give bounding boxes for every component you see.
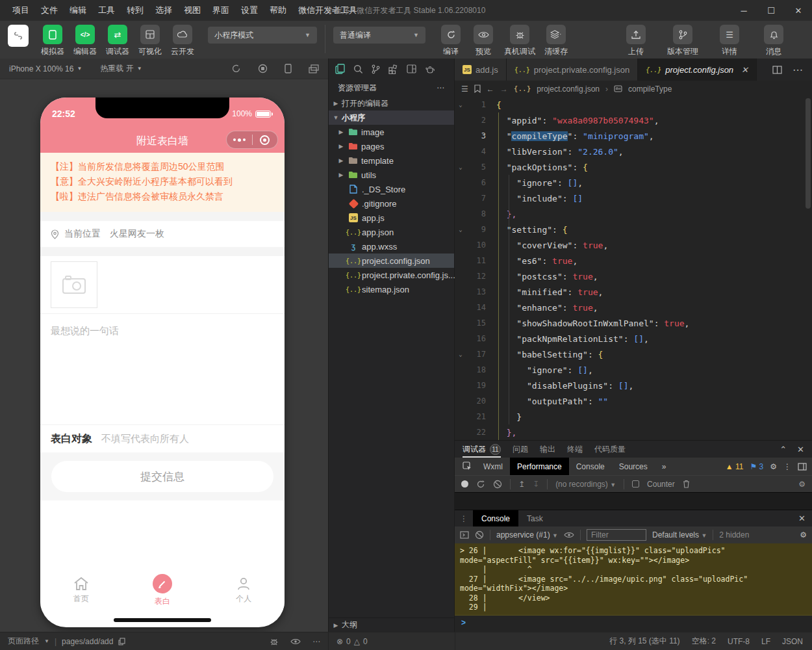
close-target-icon[interactable] — [253, 135, 278, 145]
compile-mode-dropdown[interactable]: 普通编译▼ — [333, 27, 425, 44]
encoding[interactable]: UTF-8 — [728, 637, 750, 646]
collapse-panel-icon[interactable]: ⌃ — [780, 445, 787, 454]
tab-performance[interactable]: Performance — [510, 458, 569, 475]
clear-console-icon[interactable] — [475, 530, 484, 540]
editor-layout-icon[interactable] — [407, 64, 416, 73]
messages-button[interactable]: 消息 — [757, 25, 790, 57]
console-prompt[interactable]: > — [455, 616, 812, 630]
tab-sources[interactable]: Sources — [612, 458, 655, 475]
warnings-icon[interactable]: △ — [354, 637, 360, 646]
device-frame-icon[interactable] — [285, 64, 292, 73]
issues-flag-icon[interactable]: ⚑ 3 — [750, 462, 763, 471]
code-line[interactable]: ⌄5 "packOptions": { — [455, 159, 812, 175]
minimize-button[interactable]: ─ — [730, 0, 757, 21]
code-line[interactable]: 3 "compileType": "miniprogram", — [455, 128, 812, 144]
code-line[interactable]: ⌄1{ — [455, 97, 812, 112]
code-editor[interactable]: ⌄1{2 "appid": "wxa8a0987b05074943",3 "co… — [455, 97, 812, 440]
tab-home[interactable]: 首页 — [40, 570, 121, 610]
record-icon[interactable] — [258, 64, 268, 73]
close-panel-icon[interactable]: ✕ — [797, 445, 804, 454]
tree-file-appjson[interactable]: {..} app.json — [329, 225, 454, 239]
breadcrumb-symbol[interactable]: compileType — [628, 84, 672, 94]
tab-code-quality[interactable]: 代码质量 — [594, 441, 626, 458]
extensions-icon[interactable] — [388, 64, 398, 74]
clear-cache-button[interactable]: 清缓存 — [540, 25, 572, 57]
errors-icon[interactable]: ⊗ — [336, 637, 343, 646]
load-profile-icon[interactable]: ↥ — [518, 480, 525, 489]
menu-file[interactable]: 文件 — [35, 5, 64, 16]
record-icon[interactable] — [461, 480, 468, 488]
eye-icon[interactable] — [564, 532, 574, 538]
rotate-icon[interactable] — [231, 64, 241, 73]
visualization-button[interactable]: 可视化 — [134, 25, 166, 57]
outline-list-icon[interactable]: ☰ — [461, 84, 468, 94]
search-icon[interactable] — [353, 64, 363, 74]
submit-button[interactable]: 提交信息 — [51, 461, 273, 492]
tree-file-appjs[interactable]: JS app.js — [329, 211, 454, 225]
tree-file-projectprivateconfig[interactable]: {..} project.private.config.js... — [329, 268, 454, 282]
page-path-label[interactable]: 页面路径 — [8, 636, 39, 647]
copy-icon[interactable] — [118, 638, 125, 645]
mode-selector-dropdown[interactable]: 小程序模式▼ — [208, 27, 317, 44]
preview-button[interactable]: 预览 — [467, 25, 500, 57]
target-input[interactable]: 不填写代表向所有人 — [101, 433, 189, 445]
tree-file-gitignore[interactable]: .gitignore — [329, 196, 454, 211]
hot-reload-dropdown[interactable]: 热重载 开 ▼ — [100, 63, 142, 74]
details-button[interactable]: ☰ 详情 — [713, 25, 746, 57]
code-line[interactable]: 2 "appid": "wxa8a0987b05074943", — [455, 112, 812, 128]
console-output[interactable]: > 26 | <image wx:for="{{imglist}}" class… — [455, 543, 812, 632]
code-line[interactable]: 4 "libVersion": "2.26.0", — [455, 144, 812, 159]
menu-interface[interactable]: 界面 — [207, 5, 235, 16]
remote-debug-button[interactable]: 真机调试 — [500, 25, 540, 57]
menu-settings[interactable]: 设置 — [235, 5, 264, 16]
close-button[interactable]: ✕ — [785, 0, 812, 21]
simulator-toggle-button[interactable]: 模拟器 — [36, 25, 69, 57]
teapot-icon[interactable] — [425, 64, 435, 73]
trash-icon[interactable] — [683, 480, 690, 488]
capsule-menu[interactable] — [226, 131, 278, 149]
menu-goto[interactable]: 转到 — [121, 5, 149, 16]
tab-problems[interactable]: 问题 — [513, 441, 528, 458]
split-editor-icon[interactable] — [772, 66, 782, 74]
version-control-button[interactable]: 版本管理 — [664, 25, 702, 57]
tab-debugger[interactable]: 调试器 11 — [463, 441, 501, 458]
upload-button[interactable]: 上传 — [620, 25, 652, 57]
context-selector-dropdown[interactable]: appservice (#1) ▼ — [496, 530, 558, 540]
bug-icon[interactable] — [270, 637, 279, 646]
language-mode[interactable]: JSON — [782, 637, 803, 646]
tab-project-config[interactable]: {..} project.config.json ✕ — [638, 58, 757, 81]
log-levels-dropdown[interactable]: Default levels ▼ — [652, 530, 707, 540]
kebab-menu-icon[interactable]: ⋮ — [455, 514, 473, 523]
reload-icon[interactable] — [476, 480, 485, 489]
device-selector-dropdown[interactable]: iPhone X 100% 16 ▼ — [9, 64, 82, 73]
source-control-icon[interactable] — [372, 64, 380, 74]
clear-icon[interactable] — [493, 480, 502, 489]
open-editors-section[interactable]: ▶ 打开的编辑器 — [329, 96, 454, 110]
perf-settings-icon[interactable]: ⚙ — [798, 480, 806, 489]
inspect-element-icon[interactable] — [463, 462, 472, 471]
console-settings-icon[interactable]: ⚙ — [800, 530, 807, 540]
eye-icon[interactable] — [290, 638, 301, 645]
more-dots-icon[interactable] — [227, 138, 252, 142]
warning-triangle-icon[interactable]: ▲ 11 — [726, 462, 744, 471]
more-actions-icon[interactable]: ⋯ — [793, 64, 803, 76]
more-tabs-icon[interactable]: » — [655, 458, 674, 475]
message-textarea[interactable]: 最想说的一句话 — [40, 314, 285, 424]
tree-file-appwxss[interactable]: ʒ app.wxss — [329, 239, 454, 254]
menu-project[interactable]: 项目 — [6, 5, 35, 16]
tree-file-projectconfig[interactable]: {..} project.config.json — [329, 254, 454, 268]
menu-tools[interactable]: 工具 — [92, 5, 121, 16]
recordings-dropdown[interactable]: (no recordings) ▼ — [555, 480, 616, 489]
menu-view[interactable]: 视图 — [178, 5, 207, 16]
dock-side-icon[interactable] — [798, 463, 807, 471]
drawer-tab-task[interactable]: Task — [518, 510, 552, 526]
editor-toggle-button[interactable]: </> 编辑器 — [69, 25, 101, 57]
maximize-button[interactable]: ☐ — [757, 0, 785, 21]
debugger-toggle-button[interactable]: ⇄ 调试器 — [101, 25, 134, 57]
menu-edit[interactable]: 编辑 — [64, 5, 92, 16]
tab-terminal[interactable]: 终端 — [567, 441, 583, 458]
console-sidebar-icon[interactable] — [460, 531, 469, 539]
performance-timeline[interactable] — [455, 492, 812, 510]
tab-project-private-config[interactable]: {..} project.private.config.json — [507, 58, 639, 81]
home-indicator[interactable] — [114, 618, 211, 622]
